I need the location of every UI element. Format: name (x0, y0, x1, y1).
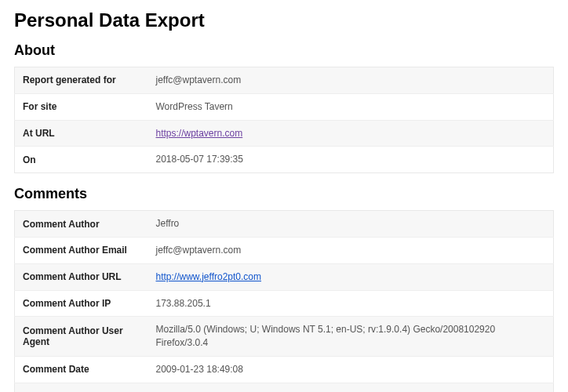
comment-author-url-link[interactable]: http://www.jeffro2pt0.com (156, 271, 262, 282)
about-url-link[interactable]: https://wptavern.com (156, 128, 243, 139)
comment-label: Comment Date (15, 356, 148, 383)
comments-table: Comment Author Jeffro Comment Author Ema… (14, 210, 554, 392)
comment-label: Comment Author User Agent (15, 317, 148, 357)
table-row: For site WordPress Tavern (15, 93, 554, 120)
table-row: Comment Author Email jeffc@wptavern.com (15, 237, 554, 263)
comment-value: http://www.jeffro2pt0.com (148, 263, 554, 290)
about-heading: About (14, 42, 554, 59)
table-row: On 2018-05-07 17:39:35 (15, 147, 554, 173)
about-label: For site (15, 93, 148, 120)
about-value: 2018-05-07 17:39:35 (148, 147, 554, 173)
comment-label: Comment Author (15, 211, 148, 238)
table-row: Comment Author Jeffro (15, 211, 554, 238)
comment-label: Comment Content (15, 383, 148, 392)
about-table: Report generated for jeffc@wptavern.com … (14, 67, 554, 173)
page-title: Personal Data Export (14, 9, 554, 31)
about-value: jeffc@wptavern.com (148, 67, 554, 94)
table-row: Comment Author URL http://www.jeffro2pt0… (15, 263, 554, 290)
comment-value: 173.88.205.1 (148, 290, 554, 317)
comment-value: jeffc@wptavern.com (148, 237, 554, 263)
table-row: Comment Content I've added a link to the… (15, 383, 554, 392)
table-row: Comment Date 2009-01-23 18:49:08 (15, 356, 554, 383)
about-value: https://wptavern.com (148, 120, 554, 147)
about-value: WordPress Tavern (148, 93, 554, 120)
comment-label: Comment Author IP (15, 290, 148, 317)
table-row: At URL https://wptavern.com (15, 120, 554, 147)
table-row: Comment Author IP 173.88.205.1 (15, 290, 554, 317)
comment-value: Mozilla/5.0 (Windows; U; Windows NT 5.1;… (148, 317, 554, 357)
comment-value: Jeffro (148, 211, 554, 238)
comment-label: Comment Author Email (15, 237, 148, 263)
comment-value: I've added a link to the ticket and the … (148, 383, 554, 392)
about-label: Report generated for (15, 67, 148, 94)
comment-label: Comment Author URL (15, 263, 148, 290)
about-label: On (15, 147, 148, 173)
comments-heading: Comments (14, 186, 554, 202)
table-row: Comment Author User Agent Mozilla/5.0 (W… (15, 317, 554, 357)
table-row: Report generated for jeffc@wptavern.com (15, 67, 554, 94)
about-label: At URL (15, 120, 148, 147)
comment-value: 2009-01-23 18:49:08 (148, 356, 554, 383)
